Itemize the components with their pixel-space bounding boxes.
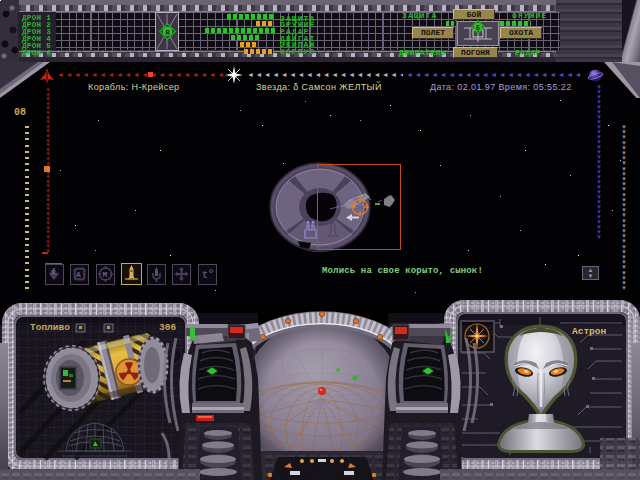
svg-text:M: M: [103, 270, 108, 279]
svg-text:Б: Б: [476, 25, 480, 32]
svg-text:t: t: [202, 270, 208, 281]
svg-text:306: 306: [159, 322, 176, 333]
svg-text:B: B: [51, 268, 56, 277]
svg-text:Топливо: Топливо: [30, 322, 70, 333]
svg-text:Астрон: Астрон: [572, 326, 607, 337]
svg-text:A: A: [76, 270, 81, 279]
